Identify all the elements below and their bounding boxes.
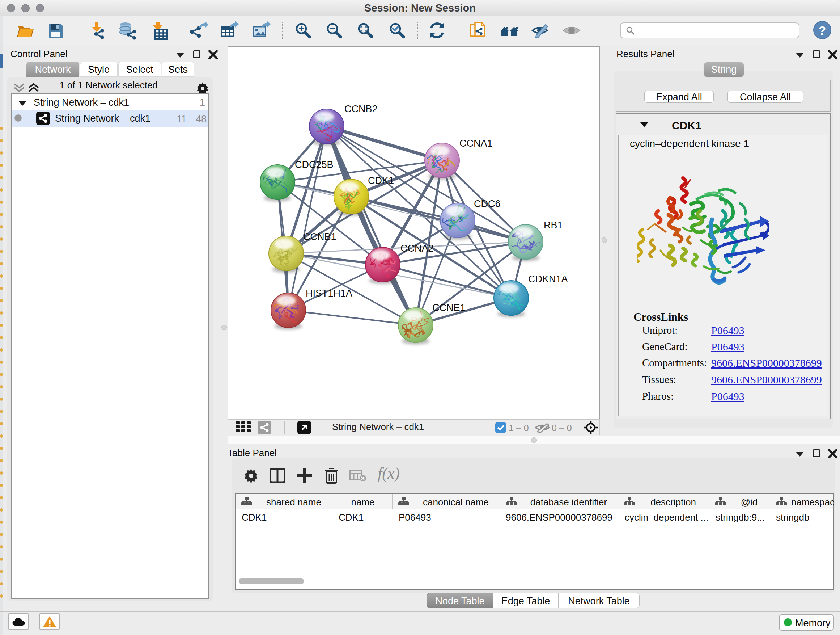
svg-text:CDKN1A: CDKN1A bbox=[528, 274, 568, 285]
svg-text:CCNA1: CCNA1 bbox=[459, 138, 493, 149]
svg-text:CDC25B: CDC25B bbox=[295, 159, 333, 170]
svg-text:CCNA2: CCNA2 bbox=[401, 243, 434, 254]
svg-text:CCNB1: CCNB1 bbox=[303, 231, 336, 242]
svg-text:CDK1: CDK1 bbox=[368, 175, 394, 186]
svg-text:CCNB2: CCNB2 bbox=[344, 103, 378, 114]
svg-text:HIST1H1A: HIST1H1A bbox=[306, 288, 352, 299]
svg-text:CCNE1: CCNE1 bbox=[432, 302, 466, 313]
svg-text:CDC6: CDC6 bbox=[474, 198, 501, 209]
svg-text:RB1: RB1 bbox=[544, 220, 563, 231]
